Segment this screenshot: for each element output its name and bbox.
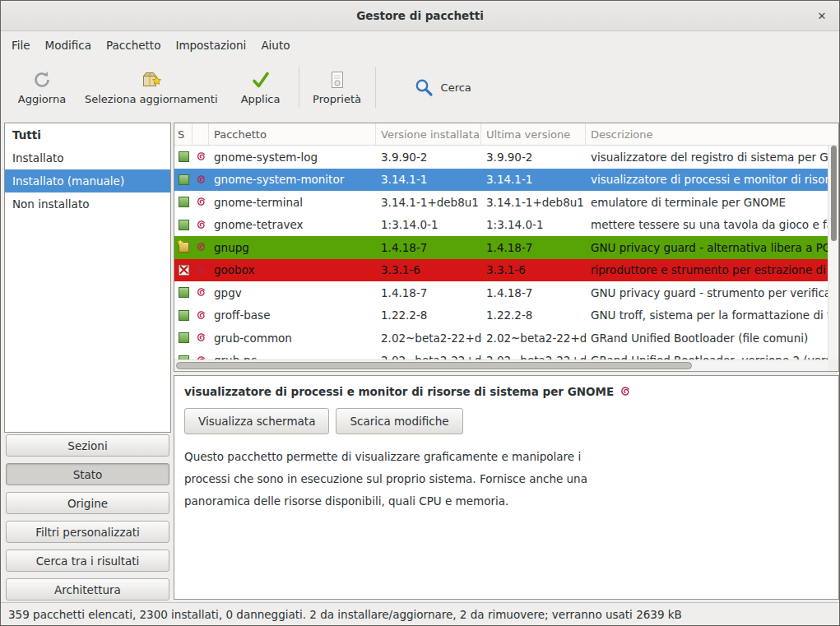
package-description: GNU privacy guard - alternativa libera a… bbox=[586, 236, 828, 259]
table-row[interactable]: gnupg 1.4.18-7 1.4.18-7 GNU privacy guar… bbox=[174, 236, 828, 259]
supported-emblem-icon bbox=[620, 386, 631, 397]
package-description: visualizzatore del registro di sistema p… bbox=[586, 146, 828, 169]
table-row[interactable]: gpgv 1.4.18-7 1.4.18-7 GNU privacy guard… bbox=[174, 281, 828, 304]
package-name: grub-pc bbox=[209, 350, 376, 360]
window-title: Gestore di pacchetti bbox=[356, 9, 484, 22]
filter-list: Tutti Installato Installato (manuale) No… bbox=[4, 123, 171, 433]
installed-version: 3.14.1-1 bbox=[376, 169, 481, 192]
description-line: processi che sono in esecuzione sul prop… bbox=[184, 468, 828, 490]
filter-item-installato[interactable]: Installato bbox=[5, 146, 170, 169]
right-pane: S Pacchetto Versione installata Ultima v… bbox=[173, 123, 839, 602]
installed-version: 1:3.14.0-1 bbox=[376, 214, 481, 237]
apply-button[interactable]: Applica bbox=[226, 66, 295, 109]
latest-version: 3.9.90-2 bbox=[481, 146, 586, 169]
origin-button[interactable]: Origine bbox=[6, 492, 169, 514]
properties-button[interactable]: Proprietà bbox=[303, 66, 372, 109]
toolbar-separator bbox=[375, 67, 376, 108]
status-icon bbox=[179, 287, 189, 298]
supported-emblem-icon bbox=[196, 332, 207, 343]
package-manager-window: Gestore di pacchetti ✕ File Modifica Pac… bbox=[0, 0, 840, 626]
latest-version: 1.22.2-8 bbox=[481, 304, 586, 327]
search-button[interactable]: Cerca bbox=[401, 69, 485, 105]
column-header-description[interactable]: Descrizione bbox=[586, 123, 838, 145]
statusbar: 359 pacchetti elencati, 2300 installati,… bbox=[1, 602, 839, 625]
package-description: GRand Unified Bootloader (file comuni) bbox=[586, 327, 828, 350]
details-title: visualizzatore di processi e monitor di … bbox=[184, 385, 614, 398]
statusbar-text: 359 pacchetti elencati, 2300 installati,… bbox=[8, 608, 682, 621]
status-icon bbox=[179, 332, 189, 343]
get-changelog-button[interactable]: Scarica modifiche bbox=[336, 408, 462, 434]
status-button[interactable]: Stato bbox=[6, 463, 169, 485]
status-icon bbox=[179, 310, 189, 321]
package-name: gnome-system-log bbox=[209, 146, 376, 169]
column-header-emblem[interactable] bbox=[193, 123, 209, 145]
latest-version: 3.14.1-1+deb8u1 bbox=[481, 191, 586, 214]
supported-emblem-icon bbox=[196, 242, 207, 253]
sections-button[interactable]: Sezioni bbox=[6, 434, 169, 457]
vertical-scrollbar-thumb[interactable] bbox=[831, 146, 837, 241]
supported-emblem-icon bbox=[196, 287, 207, 298]
column-header-installed-version[interactable]: Versione installata bbox=[376, 123, 481, 145]
menu-file[interactable]: File bbox=[4, 34, 38, 57]
filter-item-tutti[interactable]: Tutti bbox=[5, 123, 170, 146]
mark-upgrades-icon bbox=[141, 69, 162, 90]
package-description: GRand Unified Bootloader, versione 2 (ve… bbox=[586, 350, 828, 360]
menu-pacchetto[interactable]: Pacchetto bbox=[99, 34, 168, 57]
properties-icon bbox=[327, 69, 348, 90]
filter-item-non-installato[interactable]: Non installato bbox=[5, 192, 170, 216]
table-row[interactable]: goobox 3.3.1-6 3.3.1-6 riproduttore e st… bbox=[174, 259, 828, 282]
package-description: GNU privacy guard - strumento per verifi… bbox=[586, 281, 828, 304]
menu-modifica[interactable]: Modifica bbox=[38, 34, 99, 57]
reload-label: Aggiorna bbox=[18, 93, 66, 105]
filter-item-installato-manuale[interactable]: Installato (manuale) bbox=[5, 169, 170, 192]
package-name: groff-base bbox=[209, 304, 376, 327]
close-icon[interactable]: ✕ bbox=[814, 8, 829, 23]
latest-version: 2.02~beta2-22+deb8u1 bbox=[481, 350, 586, 360]
package-name: grub-common bbox=[209, 327, 376, 350]
package-description: mettere tessere su una tavola da gioco e… bbox=[586, 214, 828, 237]
table-row[interactable]: groff-base 1.22.2-8 1.22.2-8 GNU troff, … bbox=[174, 304, 828, 327]
search-results-button[interactable]: Cerca tra i risultati bbox=[6, 549, 169, 572]
architecture-button[interactable]: Architettura bbox=[6, 578, 169, 600]
latest-version: 3.14.1-1 bbox=[481, 169, 586, 192]
table-row[interactable]: gnome-terminal 3.14.1-1+deb8u1 3.14.1-1+… bbox=[174, 191, 828, 214]
table-row[interactable]: gnome-system-monitor 3.14.1-1 3.14.1-1 v… bbox=[174, 169, 828, 192]
installed-version: 2.02~beta2-22+deb8u1 bbox=[376, 350, 481, 360]
menu-impostazioni[interactable]: Impostazioni bbox=[168, 34, 253, 57]
horizontal-scrollbar-thumb[interactable] bbox=[176, 362, 692, 369]
table-header: S Pacchetto Versione installata Ultima v… bbox=[174, 123, 838, 146]
latest-version: 1.4.18-7 bbox=[481, 236, 586, 259]
package-name: gnupg bbox=[209, 236, 376, 259]
search-label: Cerca bbox=[441, 81, 471, 94]
custom-filters-button[interactable]: Filtri personalizzati bbox=[6, 521, 169, 543]
table-row[interactable]: grub-pc 2.02~beta2-22+deb8u1 2.02~beta2-… bbox=[174, 350, 828, 360]
latest-version: 1:3.14.0-1 bbox=[481, 214, 586, 237]
vertical-scrollbar[interactable] bbox=[828, 146, 838, 359]
reload-button[interactable]: Aggiorna bbox=[7, 66, 77, 109]
supported-emblem-icon bbox=[196, 197, 207, 207]
package-description: emulatore di terminale per GNOME bbox=[586, 191, 828, 214]
column-header-latest-version[interactable]: Ultima versione bbox=[481, 123, 586, 145]
toolbar-separator bbox=[299, 67, 299, 108]
package-description: visualizzatore di processi e monitor di … bbox=[586, 169, 828, 192]
package-name: gnome-system-monitor bbox=[209, 169, 376, 192]
properties-label: Proprietà bbox=[313, 93, 361, 105]
column-header-status[interactable]: S bbox=[174, 123, 193, 145]
status-icon bbox=[179, 220, 189, 230]
toolbar: Aggiorna Seleziona aggiornamenti Applica bbox=[1, 58, 839, 116]
status-icon bbox=[179, 242, 189, 253]
horizontal-scrollbar[interactable] bbox=[174, 359, 828, 371]
latest-version: 1.4.18-7 bbox=[481, 281, 586, 304]
apply-label: Applica bbox=[241, 93, 281, 105]
menu-aiuto[interactable]: Aiuto bbox=[253, 34, 297, 57]
column-header-package[interactable]: Pacchetto bbox=[209, 123, 376, 145]
table-row[interactable]: grub-common 2.02~beta2-22+deb8u1 2.02~be… bbox=[174, 327, 828, 350]
get-screenshot-button[interactable]: Visualizza schermata bbox=[184, 408, 329, 434]
table-row[interactable]: gnome-system-log 3.9.90-2 3.9.90-2 visua… bbox=[174, 146, 828, 169]
table-row[interactable]: gnome-tetravex 1:3.14.0-1 1:3.14.0-1 met… bbox=[174, 214, 828, 237]
main-area: Tutti Installato Installato (manuale) No… bbox=[1, 116, 839, 602]
titlebar: Gestore di pacchetti ✕ bbox=[1, 1, 839, 31]
details-panel: visualizzatore di processi e monitor di … bbox=[174, 375, 839, 600]
mark-upgrades-button[interactable]: Seleziona aggiornamenti bbox=[77, 66, 226, 109]
sidebar-buttons: Sezioni Stato Origine Filtri personalizz… bbox=[6, 434, 169, 600]
